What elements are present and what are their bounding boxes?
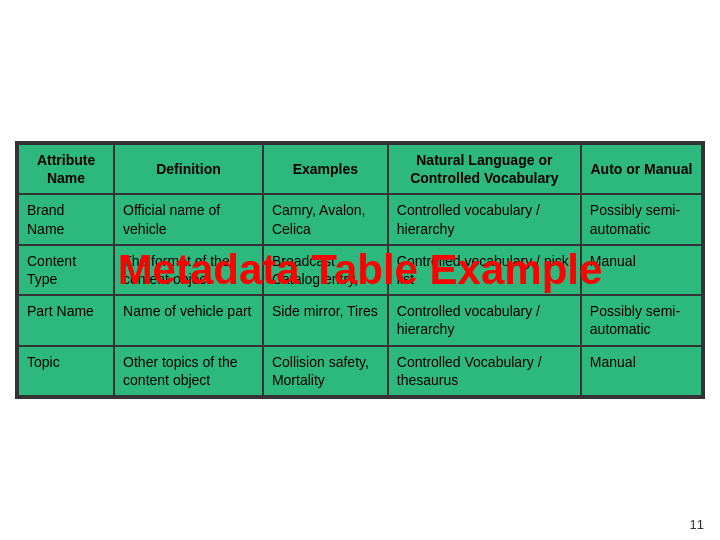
header-vocab: Natural Language or Controlled Vocabular…	[388, 144, 581, 194]
cell-part-definition: Name of vehicle part	[114, 295, 263, 345]
cell-part-auto: Possibly semi-automatic	[581, 295, 702, 345]
page-number: 11	[690, 517, 704, 532]
cell-content-examples: Broadcast Catalog entry,	[263, 245, 388, 295]
table-row-part: Part Name Name of vehicle part Side mirr…	[18, 295, 702, 345]
cell-part-vocab: Controlled vocabulary / hierarchy	[388, 295, 581, 345]
cell-brand-auto: Possibly semi-automatic	[581, 194, 702, 244]
table-row-content-type: Content Type The format of the content o…	[18, 245, 702, 295]
cell-content-auto: Manual	[581, 245, 702, 295]
table-row-brand: Brand Name Official name of vehicle Camr…	[18, 194, 702, 244]
cell-topic-vocab: Controlled Vocabulary / thesaurus	[388, 346, 581, 396]
table-header-row: Attribute Name Definition Examples Natur…	[18, 144, 702, 194]
header-attribute-name: Attribute Name	[18, 144, 114, 194]
header-examples: Examples	[263, 144, 388, 194]
cell-topic-definition: Other topics of the content object	[114, 346, 263, 396]
table-row-topic: Topic Other topics of the content object…	[18, 346, 702, 396]
cell-topic-examples: Collision safety, Mortality	[263, 346, 388, 396]
cell-content-attribute: Content Type	[18, 245, 114, 295]
cell-brand-examples: Camry, Avalon, Celica	[263, 194, 388, 244]
main-table-wrapper: Attribute Name Definition Examples Natur…	[15, 141, 705, 399]
cell-part-attribute: Part Name	[18, 295, 114, 345]
cell-brand-attribute: Brand Name	[18, 194, 114, 244]
cell-content-definition: The format of the content object	[114, 245, 263, 295]
cell-content-vocab: Controlled vocabulary / pick list	[388, 245, 581, 295]
cell-part-examples: Side mirror, Tires	[263, 295, 388, 345]
cell-brand-definition: Official name of vehicle	[114, 194, 263, 244]
cell-topic-attribute: Topic	[18, 346, 114, 396]
cell-brand-vocab: Controlled vocabulary / hierarchy	[388, 194, 581, 244]
metadata-table: Attribute Name Definition Examples Natur…	[17, 143, 703, 397]
header-definition: Definition	[114, 144, 263, 194]
header-auto: Auto or Manual	[581, 144, 702, 194]
cell-topic-auto: Manual	[581, 346, 702, 396]
